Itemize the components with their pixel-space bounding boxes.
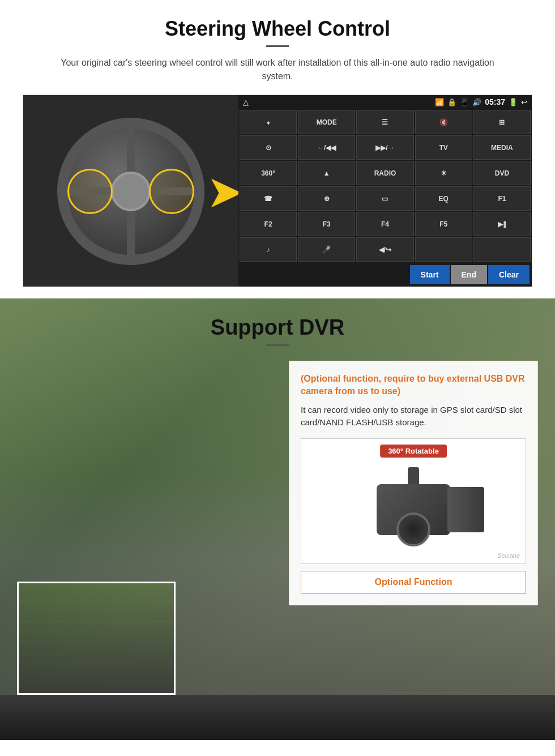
- radio-interface-panel: △ 📶 🔒 📱 🔊 05:37 🔋 ↩ ⬧ MODE ☰ 🔇 ⊞: [238, 95, 532, 287]
- radio-btn-mic[interactable]: 🎤: [298, 237, 355, 262]
- camera-graphic: ↺: [313, 450, 514, 552]
- sound-icon: 🔊: [472, 98, 481, 106]
- dvr-background: Support DVR (Optional function, require …: [0, 298, 555, 740]
- badge-360-rotatable: 360° Rotatable: [380, 445, 447, 458]
- radio-btn-f5[interactable]: F5: [415, 212, 472, 236]
- radio-btn-nav[interactable]: ⬧: [240, 110, 297, 134]
- radio-btn-volseek[interactable]: ◀/↪: [356, 237, 413, 262]
- radio-btn-prev[interactable]: ←/◀◀: [298, 135, 355, 160]
- dashboard-strip: [0, 695, 555, 740]
- steering-wheel-image: ➤: [23, 95, 238, 287]
- inset-road-graphic: [19, 583, 174, 693]
- back-icon: ↩: [521, 98, 527, 106]
- dvr-camera-box: 360° Rotatable ↺ Seicane: [301, 438, 526, 564]
- dvr-info-card: (Optional function, require to buy exter…: [289, 361, 538, 605]
- radio-bottom-bar: Start End Clear: [238, 263, 532, 287]
- dvr-title-area: Support DVR: [0, 298, 555, 357]
- radio-btn-web[interactable]: ⊕: [298, 186, 355, 211]
- home-icon: △: [243, 98, 249, 106]
- radio-btn-eject[interactable]: ▲: [298, 161, 355, 185]
- dvr-inset-image: [17, 582, 176, 695]
- brand-watermark: Seicane: [497, 552, 520, 559]
- radio-top-bar: △ 📶 🔒 📱 🔊 05:37 🔋 ↩: [238, 95, 532, 109]
- dvr-body-text: It can record video only to storage in G…: [301, 404, 526, 429]
- section-dvr: Support DVR (Optional function, require …: [0, 298, 555, 740]
- title-divider: [266, 45, 289, 47]
- radio-btn-radio[interactable]: RADIO: [356, 161, 413, 185]
- clear-button[interactable]: Clear: [488, 265, 530, 284]
- radio-btn-f1[interactable]: F1: [473, 186, 531, 211]
- camera-arm: [447, 487, 484, 532]
- sw-highlight-right: [149, 169, 194, 214]
- radio-btn-media[interactable]: MEDIA: [473, 135, 531, 160]
- radio-btn-menu[interactable]: ☰: [356, 110, 413, 134]
- lock-icon: 🔒: [447, 98, 456, 106]
- radio-btn-empty1: [415, 237, 472, 262]
- camera-lens: [396, 512, 430, 546]
- radio-btn-grid[interactable]: ⊞: [473, 110, 531, 134]
- end-button[interactable]: End: [451, 265, 487, 284]
- radio-btn-empty2: [473, 237, 531, 262]
- radio-btn-360[interactable]: 360°: [240, 161, 297, 185]
- radio-btn-dvd[interactable]: DVD: [473, 161, 531, 185]
- start-button[interactable]: Start: [410, 265, 450, 284]
- screen-icon: 📱: [460, 98, 469, 106]
- section-title: Steering Wheel Control: [23, 17, 532, 41]
- radio-btn-tv[interactable]: TV: [415, 135, 472, 160]
- radio-btn-f3[interactable]: F3: [298, 212, 355, 236]
- radio-button-grid[interactable]: ⬧ MODE ☰ 🔇 ⊞ ⊙ ←/◀◀ ▶▶/→ TV MEDIA 360° ▲…: [238, 109, 532, 263]
- radio-btn-screen[interactable]: ▭: [356, 186, 413, 211]
- clock-display: 05:37: [485, 97, 505, 106]
- status-icons: 📶 🔒 📱 🔊 05:37 🔋 ↩: [435, 97, 527, 106]
- radio-btn-mode[interactable]: MODE: [298, 110, 355, 134]
- wifi-icon: 📶: [435, 98, 444, 106]
- radio-btn-f2[interactable]: F2: [240, 212, 297, 236]
- radio-btn-playpause[interactable]: ▶‖: [473, 212, 531, 236]
- radio-btn-eq[interactable]: EQ: [415, 186, 472, 211]
- radio-btn-brightness[interactable]: ☀: [415, 161, 472, 185]
- radio-btn-settings[interactable]: ⊙: [240, 135, 297, 160]
- section-steering-wheel: Steering Wheel Control Your original car…: [0, 0, 555, 298]
- radio-btn-next[interactable]: ▶▶/→: [356, 135, 413, 160]
- dvr-optional-warning: (Optional function, require to buy exter…: [301, 373, 526, 398]
- sw-highlight-left: [67, 169, 113, 214]
- optional-function-button[interactable]: Optional Function: [301, 571, 526, 593]
- steering-wheel-graphic: [57, 118, 204, 265]
- section-description: Your original car's steering wheel contr…: [45, 56, 510, 83]
- radio-btn-music[interactable]: ♪: [240, 237, 297, 262]
- radio-btn-phone[interactable]: ☎: [240, 186, 297, 211]
- dvr-title: Support DVR: [0, 315, 555, 340]
- dvr-title-divider: [266, 344, 289, 346]
- radio-btn-mute[interactable]: 🔇: [415, 110, 472, 134]
- sw-center-hub: [111, 172, 151, 211]
- radio-btn-f4[interactable]: F4: [356, 212, 413, 236]
- battery-icon: 🔋: [509, 98, 518, 106]
- steering-wheel-container: ➤ △ 📶 🔒 📱 🔊 05:37 🔋 ↩ ⬧ MODE: [23, 95, 532, 287]
- arrow-icon: ➤: [206, 165, 238, 218]
